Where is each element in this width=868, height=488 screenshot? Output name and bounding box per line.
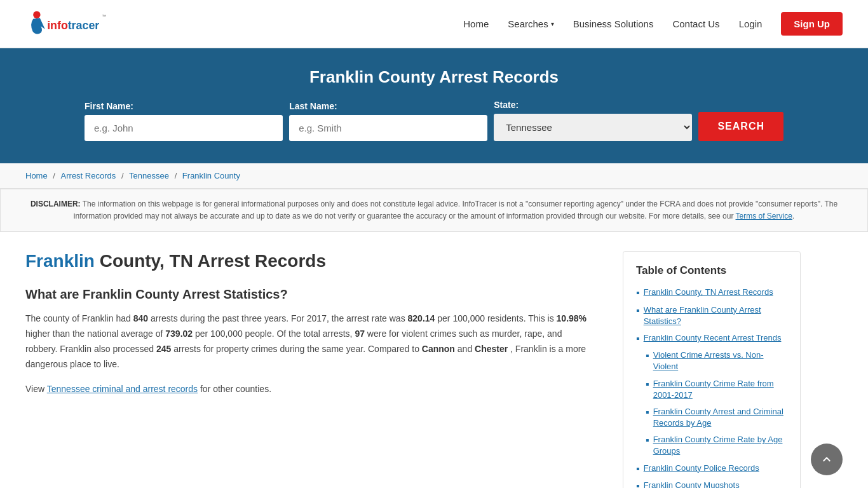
svg-text:™: ™ [102,14,106,18]
breadcrumb-franklin-county[interactable]: Franklin County [182,171,240,180]
toc-link[interactable]: What are Franklin County Arrest Statisti… [644,304,787,327]
para2-suffix: for other counties. [200,384,271,394]
toc-list: ▪Franklin County, TN Arrest Records▪What… [636,287,787,488]
page-title: Franklin County Arrest Records [25,67,843,87]
main-content: Franklin County, TN Arrest Records What … [0,232,868,488]
arrest-rate: 820.14 [408,313,435,323]
chevron-down-icon: ▾ [551,20,554,27]
toc-link[interactable]: Franklin County Mugshots [644,480,740,488]
bullet-icon: ▪ [646,378,649,390]
svg-text:info: info [47,19,68,32]
disclaimer-tos-link[interactable]: Terms of Service [736,212,792,220]
national-avg: 739.02 [165,329,193,339]
violent-num: 97 [355,329,365,339]
bullet-icon: ▪ [646,349,649,362]
para2-prefix: View [25,384,44,394]
county1-name: Cannon [422,344,455,354]
site-header: info tracer ™ Home Searches ▾ Business S… [0,0,868,48]
sidebar: Table of Contents ▪Franklin County, TN A… [610,232,801,488]
breadcrumb-sep-2: / [121,171,126,180]
last-name-input[interactable] [289,115,487,141]
last-name-group: Last Name: [289,101,487,141]
para1-and: and [458,344,472,354]
para1-text7: arrests for property crimes during the s… [173,344,419,354]
svg-text:tracer: tracer [68,19,100,32]
toc-link[interactable]: Franklin County Arrest and Criminal Reco… [653,406,787,429]
para1-text2: arrests during the past three years. For… [151,313,405,323]
bullet-icon: ▪ [636,304,640,316]
toc-list-item: ▪Franklin County, TN Arrest Records [636,287,787,299]
tennessee-records-link[interactable]: Tennessee criminal and arrest records [47,384,198,394]
disclaimer-bar: DISCLAIMER: The information on this webp… [0,189,868,232]
para1-text5: per 100,000 people. Of the total arrests… [195,329,353,339]
toc-link[interactable]: Franklin County Police Records [644,463,759,474]
nav-business-solutions[interactable]: Business Solutions [573,18,654,29]
county2-name: Chester [475,344,508,354]
nav-searches-link[interactable]: Searches [508,18,548,29]
toc-list-item: ▪Franklin County Arrest and Criminal Rec… [636,406,787,429]
breadcrumb: Home / Arrest Records / Tennessee / Fran… [0,163,868,189]
article-title-highlight: Franklin [25,251,95,271]
toc-list-item: ▪Violent Crime Arrests vs. Non-Violent [636,349,787,372]
logo[interactable]: info tracer ™ [25,6,108,41]
breadcrumb-arrest-records[interactable]: Arrest Records [61,171,116,180]
hero-section: Franklin County Arrest Records First Nam… [0,48,868,163]
main-nav: Home Searches ▾ Business Solutions Conta… [463,12,843,36]
last-name-label: Last Name: [289,101,337,111]
bullet-icon: ▪ [636,463,640,475]
toc-list-item: ▪Franklin County Police Records [636,463,787,475]
bullet-icon: ▪ [636,287,640,299]
bullet-icon: ▪ [636,332,640,344]
article: Franklin County, TN Arrest Records What … [25,232,610,488]
toc-list-item: ▪Franklin County Crime Rate from 2001-20… [636,378,787,401]
breadcrumb-tennessee[interactable]: Tennessee [129,171,169,180]
state-select[interactable]: Tennessee Alabama Alaska Arizona Califor… [494,114,692,141]
toc-link[interactable]: Franklin County Crime Rate from 2001-201… [653,378,787,401]
svg-point-0 [33,11,40,18]
article-title-rest: County, TN Arrest Records [95,251,326,271]
article-title: Franklin County, TN Arrest Records [25,251,591,271]
breadcrumb-home[interactable]: Home [25,171,48,180]
bullet-icon: ▪ [646,406,649,418]
disclaimer-label: DISCLAIMER: [31,200,81,208]
state-label: State: [494,100,519,110]
toc-list-item: ▪Franklin County Recent Arrest Trends [636,332,787,344]
search-button[interactable]: SEARCH [698,112,783,141]
section1-heading: What are Franklin County Arrest Statisti… [25,287,591,302]
first-name-group: First Name: [85,101,283,141]
state-group: State: Tennessee Alabama Alaska Arizona … [494,100,692,141]
disclaimer-text: The information on this webpage is for g… [74,200,837,220]
nav-login[interactable]: Login [739,18,763,29]
bullet-icon: ▪ [636,480,640,488]
breadcrumb-sep-3: / [175,171,179,180]
scroll-to-top-button[interactable] [811,444,843,475]
para1-text1: The county of Franklin had [25,313,131,323]
breadcrumb-sep-1: / [53,171,57,180]
bullet-icon: ▪ [646,434,649,446]
toc-list-item: ▪Franklin County Mugshots [636,480,787,488]
nav-contact-us[interactable]: Contact Us [672,18,719,29]
toc-link[interactable]: Violent Crime Arrests vs. Non-Violent [653,349,787,372]
toc-list-item: ▪What are Franklin County Arrest Statist… [636,304,787,327]
toc-heading: Table of Contents [636,264,787,277]
chevron-up-icon [819,452,834,467]
para1-text4: higher than the national average of [25,329,163,339]
search-form: First Name: Last Name: State: Tennessee … [85,100,783,141]
nav-signup[interactable]: Sign Up [781,12,843,36]
first-name-label: First Name: [85,101,133,111]
article-paragraph-1: The county of Franklin had 840 arrests d… [25,311,591,372]
arrests-number: 840 [133,313,148,323]
toc-link[interactable]: Franklin County, TN Arrest Records [644,287,773,298]
higher-pct: 10.98% [557,313,587,323]
property-num: 245 [156,344,171,354]
article-paragraph-2: View Tennessee criminal and arrest recor… [25,382,591,397]
toc-link[interactable]: Franklin County Crime Rate by Age Groups [653,434,787,457]
nav-home[interactable]: Home [463,18,489,29]
logo-svg: info tracer ™ [25,6,108,41]
toc-list-item: ▪Franklin County Crime Rate by Age Group… [636,434,787,457]
toc-link[interactable]: Franklin County Recent Arrest Trends [644,332,782,344]
nav-searches-wrapper[interactable]: Searches ▾ [508,18,553,29]
table-of-contents: Table of Contents ▪Franklin County, TN A… [623,251,801,488]
para1-text3: per 100,000 residents. This is [437,313,553,323]
first-name-input[interactable] [85,115,283,141]
